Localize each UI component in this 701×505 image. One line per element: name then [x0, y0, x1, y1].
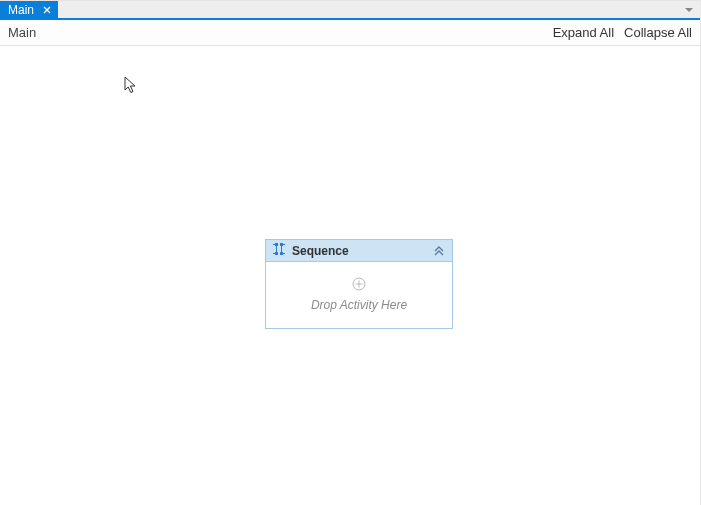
svg-rect-3: [280, 252, 283, 255]
designer-canvas[interactable]: Sequence Drop Activity Here: [0, 46, 700, 505]
breadcrumb-bar: Main Expand All Collapse All: [0, 20, 700, 46]
tabstrip-menu-button[interactable]: [682, 3, 696, 17]
tab-main[interactable]: Main: [0, 1, 58, 18]
svg-rect-1: [280, 243, 283, 246]
document-tabstrip: Main: [0, 0, 700, 20]
collapse-all-button[interactable]: Collapse All: [624, 25, 692, 40]
sequence-activity-body[interactable]: Drop Activity Here: [266, 262, 452, 328]
expand-all-button[interactable]: Expand All: [553, 25, 614, 40]
svg-rect-0: [275, 243, 278, 246]
sequence-activity-title: Sequence: [292, 244, 426, 258]
svg-rect-2: [275, 252, 278, 255]
workflow-designer-window: Main Main Expand All Collapse All: [0, 0, 701, 505]
sequence-activity-header[interactable]: Sequence: [266, 240, 452, 262]
chevron-up-double-icon[interactable]: [432, 244, 446, 258]
drop-activity-hint: Drop Activity Here: [311, 298, 407, 312]
mouse-cursor-icon: [124, 76, 138, 99]
sequence-activity[interactable]: Sequence Drop Activity Here: [265, 239, 453, 329]
breadcrumb-root[interactable]: Main: [8, 25, 36, 40]
sequence-icon: [272, 242, 286, 259]
close-icon[interactable]: [40, 3, 54, 17]
tab-label: Main: [8, 3, 34, 17]
plus-circle-icon[interactable]: [351, 276, 367, 292]
